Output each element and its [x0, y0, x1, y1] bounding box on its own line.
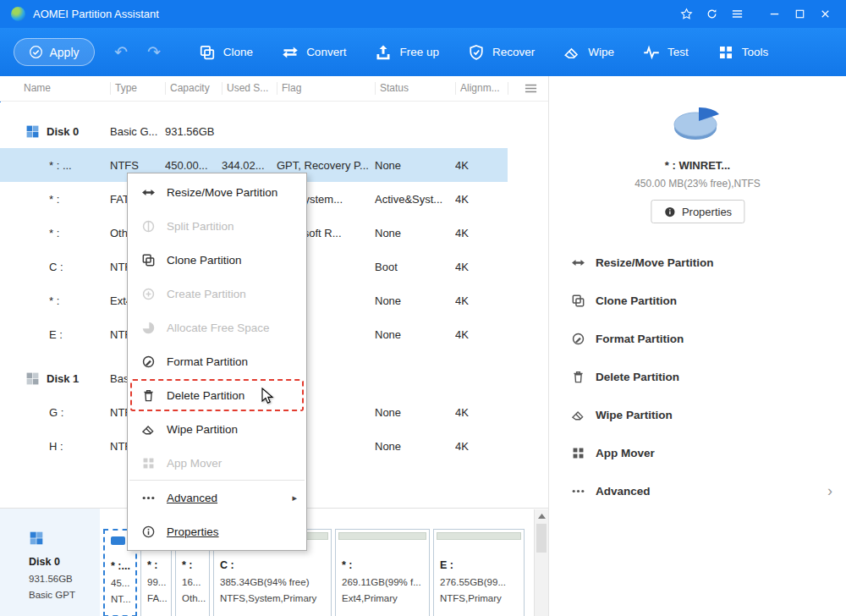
menu-item-label: Delete Partition	[167, 389, 244, 402]
cell-flag: GPT, Recovery P...	[277, 159, 375, 172]
menu-item-label: App Mover	[167, 457, 222, 470]
menu-item-create-partition: Create Partition	[128, 277, 306, 311]
format-icon	[141, 355, 156, 369]
toolbar-button-recover[interactable]: Recover	[453, 36, 549, 69]
block-size: 385.34GB(94% free)	[220, 577, 327, 587]
cell-align: 4K	[455, 406, 508, 419]
toolbar-button-test[interactable]: Test	[629, 36, 703, 69]
cell-capacity: 450.00...	[165, 159, 222, 172]
panel-action-delete-partition[interactable]: Delete Partition	[549, 358, 846, 396]
menu-item-app-mover: App Mover	[128, 446, 306, 480]
cell-name: E :	[0, 328, 110, 341]
table-header: NameTypeCapacityUsed S...FlagStatusAlign…	[0, 76, 548, 102]
column-header-alignm[interactable]: Alignm...	[455, 82, 508, 95]
panel-action-resize-move-partition[interactable]: Resize/Move Partition	[549, 244, 846, 282]
toolbar-button-label: Test	[667, 46, 689, 58]
menu-item-label: Wipe Partition	[167, 423, 238, 436]
menu-item-properties[interactable]: Properties	[128, 514, 306, 548]
resize-icon	[571, 256, 585, 270]
cell-name: Disk 0	[0, 124, 110, 139]
recover-icon	[468, 44, 485, 61]
partition-pie-chart	[549, 104, 846, 145]
column-header-flag[interactable]: Flag	[277, 82, 375, 95]
panel-action-format-partition[interactable]: Format Partition	[549, 320, 846, 358]
column-header-name[interactable]: Name	[0, 82, 110, 95]
context-menu: Resize/Move PartitionSplit PartitionClon…	[127, 173, 307, 551]
tools-icon	[717, 44, 734, 61]
column-header-status[interactable]: Status	[375, 82, 455, 95]
disk-capacity: 931.56GB	[29, 574, 100, 584]
cell-status: Boot	[375, 261, 455, 273]
panel-action-label: Wipe Partition	[596, 409, 673, 421]
column-header-used-s[interactable]: Used S...	[222, 82, 277, 95]
cell-align: 4K	[455, 227, 508, 239]
right-panel: * : WINRET... 450.00 MB(23% free),NTFS P…	[548, 76, 846, 616]
appmover-icon	[141, 456, 156, 470]
block-label: * :...	[111, 560, 131, 572]
cell-status: None	[375, 328, 455, 341]
scroll-up-icon[interactable]	[535, 509, 548, 523]
redo-button[interactable]: ↷	[147, 44, 161, 60]
toolbar-button-clone[interactable]: Clone	[184, 36, 267, 69]
block-size: 269.11GB(99% f...	[342, 577, 425, 587]
menu-item-wipe-partition[interactable]: Wipe Partition	[128, 412, 306, 446]
table-row-disk-0[interactable]: Disk 0Basic G...931.56GB	[0, 114, 508, 148]
disk-gray-icon	[25, 371, 40, 386]
apply-label: Apply	[49, 46, 79, 59]
cell-name: * :	[0, 227, 110, 239]
column-header-capacity[interactable]: Capacity	[165, 82, 222, 95]
vertical-scrollbar[interactable]	[534, 509, 548, 616]
partition-block-5[interactable]: E :276.55GB(99...NTFS,Primary	[433, 529, 525, 616]
panel-action-label: Clone Partition	[596, 294, 677, 307]
menu-icon[interactable]	[724, 3, 750, 25]
menu-item-clone-partition[interactable]: Clone Partition	[128, 243, 306, 277]
partition-actions-list: Resize/Move PartitionClone PartitionForm…	[549, 244, 846, 510]
format-icon	[571, 332, 585, 346]
cell-status: None	[375, 294, 455, 307]
partition-block-4[interactable]: * :269.11GB(99% f...Ext4,Primary	[335, 529, 430, 616]
partition-usage-strip	[338, 532, 426, 540]
cell-capacity: 931.56GB	[165, 125, 222, 138]
menu-item-label: Format Partition	[167, 355, 248, 368]
panel-action-label: Delete Partition	[596, 371, 679, 383]
block-label: C :	[220, 559, 327, 571]
block-size: 45...	[111, 578, 131, 588]
apply-button[interactable]: Apply	[14, 38, 95, 66]
convert-icon	[282, 44, 299, 61]
scrollbar-thumb[interactable]	[536, 524, 547, 553]
star-icon[interactable]	[673, 3, 699, 25]
toolbar-button-tools[interactable]: Tools	[703, 36, 783, 69]
column-header-type[interactable]: Type	[110, 82, 165, 95]
panel-action-wipe-partition[interactable]: Wipe Partition	[549, 396, 846, 434]
disk-info-block[interactable]: Disk 0 931.56GB Basic GPT	[0, 509, 100, 616]
block-filesystem: Oth...	[182, 593, 205, 603]
menu-item-format-partition[interactable]: Format Partition	[128, 344, 306, 378]
freeup-icon	[375, 44, 392, 61]
panel-action-app-mover[interactable]: App Mover	[549, 434, 846, 472]
undo-button[interactable]: ↶	[114, 44, 128, 60]
properties-button[interactable]: Properties	[651, 200, 744, 223]
minimize-button[interactable]	[761, 3, 787, 25]
close-button[interactable]	[812, 3, 838, 25]
titlebar-actions	[673, 3, 838, 25]
toolbar-button-convert[interactable]: Convert	[267, 36, 360, 69]
toolbar-button-wipe[interactable]: Wipe	[549, 36, 629, 69]
toolbar-button-label: Clone	[223, 46, 253, 58]
block-label: * :	[182, 559, 205, 571]
panel-action-clone-partition[interactable]: Clone Partition	[549, 282, 846, 320]
refresh-icon[interactable]	[699, 3, 724, 25]
menu-item-advanced[interactable]: Advanced▸	[128, 481, 306, 514]
menu-item-resize-move-partition[interactable]: Resize/Move Partition	[128, 175, 306, 209]
selected-partition-info: 450.00 MB(23% free),NTFS	[549, 178, 846, 190]
cell-align: 4K	[455, 440, 508, 453]
wipe-toolbar-icon	[563, 44, 580, 61]
menu-item-delete-partition[interactable]: Delete Partition	[128, 378, 306, 412]
maximize-button[interactable]	[787, 3, 812, 25]
clone-icon	[571, 294, 585, 308]
block-size: 16...	[182, 577, 205, 587]
block-label: E :	[440, 559, 519, 571]
panel-action-advanced[interactable]: Advanced›	[549, 472, 846, 510]
list-view-icon[interactable]	[525, 82, 537, 95]
toolbar-button-free-up[interactable]: Free up	[360, 36, 453, 69]
wipe-icon	[141, 422, 156, 437]
